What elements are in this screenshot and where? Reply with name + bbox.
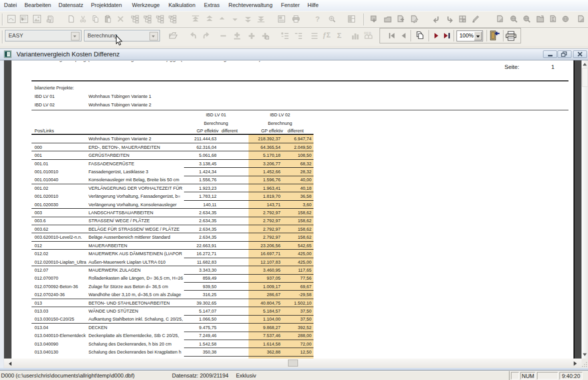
- svg-text:REB: REB: [364, 31, 372, 35]
